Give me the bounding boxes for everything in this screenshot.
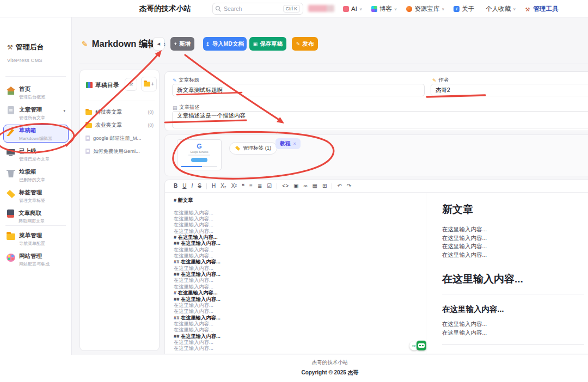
sidebar-item-icon	[7, 210, 14, 218]
editor-line: 在这里输入内容...	[174, 278, 421, 284]
manage-tags-button[interactable]: 管理标签 (1)	[229, 142, 277, 155]
cover-image-thumbnail[interactable]: G Google Services	[177, 139, 222, 170]
nav-item[interactable]: 关于	[454, 5, 476, 13]
markdown-toolbar: B U I S H X₂ X² ❝ ≡ ≣ ☑	[165, 180, 588, 193]
sidebar-item-label: 文章爬取	[19, 210, 45, 217]
toolbar-button[interactable]: ❝	[242, 183, 244, 189]
sidebar-item[interactable]: 网站管理 网站配置与集成	[3, 250, 69, 268]
editor-line: ## 在这里输入内容...	[174, 241, 421, 247]
sidebar-item-desc: 导航菜单配置	[19, 241, 45, 247]
toolbar-button[interactable]: ↷	[347, 183, 351, 189]
editor-line: 在这里输入内容...	[174, 284, 421, 290]
sidebar-item[interactable]: 标签管理 管理文章标签	[3, 187, 69, 205]
markdown-source-editor[interactable]: # 新文章 在这里输入内容... 在这里输入内容... 在这里输入内容... 在…	[174, 198, 421, 353]
sidebar-item[interactable]: 文章爬取 爬取网页文章	[3, 207, 69, 225]
toolbar-button[interactable]: X²	[231, 183, 237, 189]
folder-count: (0)	[148, 109, 154, 115]
import-md-button[interactable]: ↥ 导入MD文档	[203, 37, 247, 51]
preview-block	[442, 344, 584, 345]
toolbar-button[interactable]: ⊞	[322, 183, 327, 189]
footer-site-name: 杰哥的技术小站	[72, 359, 588, 366]
author-input[interactable]	[431, 84, 588, 96]
sidebar-item-label: 已上线	[19, 147, 50, 155]
sidebar-item[interactable]: 草稿箱 Markdown编辑器	[3, 125, 69, 143]
toolbar-button[interactable]: H	[212, 183, 216, 189]
toolbar-button[interactable]: I	[191, 183, 193, 189]
toolbar-button[interactable]: ▣	[293, 183, 298, 189]
title-field-label: ✎ 文章标题	[173, 77, 199, 84]
books-icon	[86, 82, 93, 88]
draft-directory-panel: 草稿目录 ⚒ + 科技类文章 (0) 农业类文章 (0)	[79, 70, 160, 351]
article-description-input[interactable]	[172, 111, 588, 128]
sidebar-item[interactable]: 已上线 管理已发布文章	[3, 145, 69, 163]
folder-name: 科技类文章	[95, 109, 122, 116]
toolbar-button[interactable]: ▦	[313, 183, 317, 189]
sidebar-item-icon	[8, 106, 14, 114]
draft-tools-button[interactable]: ⚒	[125, 78, 137, 91]
preview-block: 在这里输入内容...	[442, 235, 584, 242]
preview-block: 在这里输入内容...	[442, 321, 584, 328]
nav-item[interactable]: 资源宝库 ∨	[406, 5, 444, 13]
folder-name: 农业类文章	[95, 122, 122, 129]
new-article-button[interactable]: + 新增	[170, 37, 194, 51]
nav-item[interactable]: 个人收藏 ∨	[486, 5, 516, 13]
search-icon	[216, 6, 221, 11]
toolbar-button[interactable]: S	[198, 183, 201, 189]
search-input[interactable]: Search Ctrl K	[212, 3, 303, 15]
toolbar-button[interactable]: ↶	[337, 183, 341, 189]
sidebar-item[interactable]: 首页 管理后台概览	[3, 83, 69, 101]
nav-item-label: 管理工具	[533, 5, 558, 13]
sidebar-item-desc: Markdown编辑器	[19, 135, 52, 141]
floppy-icon: ▣	[253, 41, 258, 47]
tools-icon: ⚒	[7, 44, 13, 51]
sidebar-item[interactable]: 垃圾箱 已删除的文章	[3, 166, 69, 184]
toolbar-button[interactable]	[206, 183, 207, 189]
collapse-panel-button[interactable]: ◀	[153, 37, 164, 51]
toolbar-button[interactable]	[277, 183, 277, 189]
plus-icon: +	[174, 41, 177, 47]
editor-line: 在这里输入内容...	[174, 321, 421, 327]
toolbar-button[interactable]: B	[174, 183, 177, 189]
cover-caption: Google Services	[190, 151, 208, 153]
editor-line: 在这里输入内容...	[174, 327, 421, 333]
remove-tag-icon[interactable]: ×	[293, 141, 296, 146]
editor-line: 在这里输入内容...	[174, 229, 421, 235]
toolbar-button[interactable]	[332, 183, 332, 189]
sidebar-subtitle: VitePress CMS	[7, 58, 42, 63]
toolbar-button[interactable]: ≣	[258, 183, 262, 189]
draft-folder-item[interactable]: 农业类文章 (0)	[80, 119, 159, 131]
draft-file-item[interactable]: google 邮箱注册_M...	[80, 132, 159, 144]
toolbar-button[interactable]: <>	[282, 183, 289, 189]
publish-button[interactable]: ✎ 发布	[292, 37, 318, 51]
new-folder-button[interactable]: +	[141, 77, 157, 91]
redacted-nav-item[interactable]	[308, 5, 334, 12]
draft-folder-item[interactable]: 科技类文章 (0)	[80, 106, 159, 118]
ai-assistant-fab[interactable]	[416, 341, 426, 350]
save-draft-button[interactable]: ▣ 保存草稿	[249, 37, 286, 51]
draft-file-item[interactable]: 如何免费使用Gemi...	[80, 145, 159, 157]
sidebar-item-icon	[7, 128, 15, 136]
article-title-input[interactable]	[172, 84, 425, 96]
toolbar-button[interactable]: U	[182, 183, 186, 189]
sidebar-item[interactable]: 文章管理 管理所有文章 ▾	[3, 104, 69, 122]
editor-line: # 新文章	[174, 198, 421, 204]
sidebar-item-icon	[7, 254, 15, 262]
markdown-preview-pane: 新文章 在这里输入内容... 在这里输入内容... 在这里输入内容... 在这里…	[432, 193, 588, 354]
footer-copyright: Copyright © 2025 杰哥	[72, 369, 588, 377]
cover-button-shape	[191, 158, 207, 162]
sidebar-item-label: 文章管理	[19, 106, 45, 114]
top-navbar: 杰哥的技术小站 Search Ctrl K AI ∨ 博客 ∨	[0, 0, 588, 17]
nav-item[interactable]: 管理工具	[525, 5, 560, 13]
toolbar-button[interactable]: X₂	[220, 183, 226, 189]
chevron-down-icon: ▾	[63, 109, 65, 113]
editor-line	[174, 204, 421, 210]
nav-item[interactable]: 博客 ∨	[371, 5, 397, 13]
toolbar-button[interactable]: ∞	[303, 183, 307, 189]
toolbar-button[interactable]: ☑	[267, 183, 272, 189]
toolbar-button[interactable]: ≡	[249, 183, 253, 189]
tag-chip[interactable]: 教程 ×	[275, 138, 301, 149]
sidebar-item[interactable]: 菜单管理 导航菜单配置	[3, 230, 69, 248]
sidebar-item-desc: 已删除的文章	[19, 177, 45, 183]
draft-folder-list: 科技类文章 (0) 农业类文章 (0)	[80, 106, 159, 132]
nav-item[interactable]: AI ∨	[343, 5, 362, 12]
